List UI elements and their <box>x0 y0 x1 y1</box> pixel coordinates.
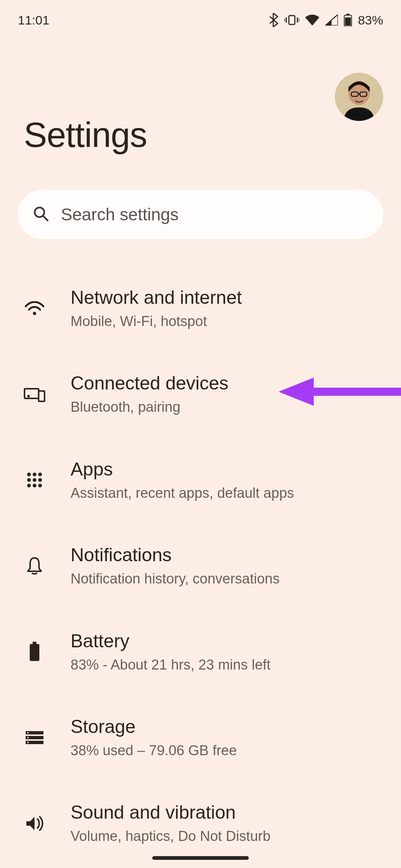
svg-point-18 <box>27 395 30 398</box>
setting-sound[interactable]: Sound and vibration Volume, haptics, Do … <box>0 780 401 866</box>
setting-connected-devices[interactable]: Connected devices Bluetooth, pairing <box>0 351 401 437</box>
svg-rect-30 <box>33 642 36 644</box>
storage-icon <box>18 730 51 745</box>
svg-point-25 <box>33 478 36 482</box>
battery-status-icon <box>344 14 352 26</box>
setting-title: Apps <box>71 458 383 480</box>
svg-point-27 <box>27 484 31 487</box>
setting-battery[interactable]: Battery 83% - About 21 hrs, 23 mins left <box>0 609 401 695</box>
avatar[interactable] <box>335 73 383 121</box>
apps-icon <box>18 472 51 488</box>
search-settings[interactable]: Search settings <box>18 190 383 239</box>
status-icons: 83% <box>268 13 383 27</box>
wifi-icon <box>18 301 51 316</box>
settings-list: Network and internet Mobile, Wi-Fi, hots… <box>0 266 401 867</box>
setting-network[interactable]: Network and internet Mobile, Wi-Fi, hots… <box>0 266 401 351</box>
arrow-annotation-icon <box>278 373 401 412</box>
setting-sub: Volume, haptics, Do Not Disturb <box>71 827 383 845</box>
svg-point-24 <box>27 478 31 482</box>
setting-storage[interactable]: Storage 38% used – 79.06 GB free <box>0 695 401 780</box>
svg-point-28 <box>33 484 36 487</box>
svg-point-21 <box>27 473 31 476</box>
setting-sub: 83% - About 21 hrs, 23 mins left <box>71 656 383 674</box>
setting-title: Notifications <box>71 544 383 566</box>
status-bar: 11:01 83% <box>0 0 401 30</box>
setting-notifications[interactable]: Notifications Notification history, conv… <box>0 523 401 609</box>
sound-icon <box>18 815 51 832</box>
wifi-status-icon <box>305 14 319 26</box>
svg-point-26 <box>38 478 42 482</box>
cell-signal-icon <box>325 14 338 26</box>
bell-icon <box>18 556 51 576</box>
svg-rect-0 <box>289 16 295 24</box>
setting-sub: Mobile, Wi-Fi, hotspot <box>71 312 383 331</box>
search-icon <box>33 206 49 223</box>
svg-point-22 <box>33 473 36 476</box>
svg-marker-20 <box>278 378 314 406</box>
svg-rect-16 <box>25 389 39 398</box>
battery-icon <box>18 642 51 662</box>
setting-sub: Assistant, recent apps, default apps <box>71 484 383 502</box>
svg-point-35 <box>27 732 29 733</box>
svg-line-14 <box>43 216 48 221</box>
status-time: 11:01 <box>18 13 49 27</box>
svg-rect-7 <box>345 17 351 26</box>
setting-title: Sound and vibration <box>71 801 383 823</box>
devices-icon <box>18 387 51 402</box>
setting-title: Network and internet <box>71 286 383 309</box>
setting-title: Battery <box>71 630 383 652</box>
svg-rect-17 <box>39 391 45 401</box>
svg-point-37 <box>27 742 29 743</box>
setting-title: Storage <box>71 716 383 738</box>
svg-point-15 <box>33 312 36 315</box>
svg-point-29 <box>38 484 42 487</box>
nav-handle[interactable] <box>152 856 249 860</box>
search-placeholder: Search settings <box>61 204 179 224</box>
bluetooth-icon <box>268 13 278 27</box>
vibrate-icon <box>284 14 299 26</box>
battery-percent: 83% <box>358 13 383 27</box>
setting-sub: Notification history, conversations <box>71 570 383 588</box>
setting-sub: 38% used – 79.06 GB free <box>71 742 383 760</box>
svg-rect-31 <box>30 644 39 661</box>
svg-point-23 <box>38 473 42 476</box>
setting-apps[interactable]: Apps Assistant, recent apps, default app… <box>0 437 401 523</box>
svg-point-36 <box>27 737 29 738</box>
